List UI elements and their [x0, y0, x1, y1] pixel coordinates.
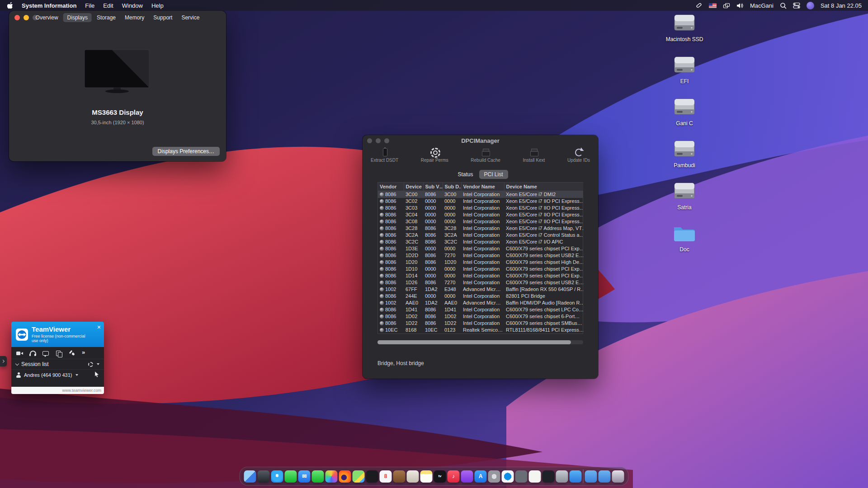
search-icon[interactable] [780, 2, 787, 9]
dock-terminal-icon[interactable] [542, 470, 555, 483]
dock-downloads-folder-icon[interactable] [585, 470, 597, 483]
column-header[interactable]: Device Name [504, 183, 583, 191]
tab-service[interactable]: Service [177, 13, 203, 22]
stacked-windows-icon[interactable] [723, 3, 730, 9]
close-window-button[interactable] [367, 138, 372, 143]
pci-table-row[interactable]: 8086 1D2D 8086 7270 Intel Corporation C6… [378, 252, 583, 259]
dock-safari-icon[interactable] [271, 470, 283, 483]
pci-table-row[interactable]: 8086 1D26 8086 7270 Intel Corporation C6… [378, 279, 583, 286]
dock-podcasts-icon[interactable] [461, 470, 473, 483]
dock-photos-icon[interactable] [326, 470, 338, 483]
tab-memory[interactable]: Memory [121, 13, 148, 22]
pci-table-row[interactable]: 1002 67FF 1DA2 E348 Advanced Micr… Baffi… [378, 286, 583, 293]
dock-music-icon[interactable]: ♪ [448, 470, 460, 483]
teamviewer-footer-link[interactable]: www.teamviewer.com [11, 387, 104, 394]
rebuild-cache-button[interactable]: Rebuild Cache [471, 148, 500, 163]
dock-screenshot-icon[interactable] [556, 470, 568, 483]
dock-calendar-icon[interactable]: 8 [380, 470, 392, 483]
zoom-window-button[interactable] [384, 138, 389, 143]
tab-overview[interactable]: Overview [32, 13, 62, 22]
dock-appstore-icon[interactable]: A [475, 470, 487, 483]
pci-table-row[interactable]: 10EC 8168 10EC 0123 Realtek Semico… RTL8… [378, 327, 583, 333]
pci-table-row[interactable]: 8086 244E 0000 0000 Intel Corporation 82… [378, 293, 583, 300]
chat-icon[interactable] [42, 350, 50, 357]
column-header[interactable]: Sub V… [423, 183, 443, 191]
dock-finder-icon[interactable] [244, 470, 256, 483]
dock-quicktime-icon[interactable] [366, 470, 378, 483]
extract-dsdt-button[interactable]: Extract DSDT [371, 148, 398, 163]
dock-preview-icon[interactable] [570, 470, 582, 483]
horizontal-scrollbar-thumb[interactable] [377, 340, 571, 344]
desktop-icon-efi[interactable]: EFI [664, 56, 705, 84]
us-flag-icon[interactable] [709, 3, 717, 8]
headset-icon[interactable] [29, 350, 37, 357]
session-list-row[interactable]: Session list [11, 359, 104, 369]
active-app-menu[interactable]: System Information [22, 2, 76, 9]
teamviewer-collapse-tab[interactable] [0, 356, 7, 366]
dock-launchpad-icon[interactable] [258, 470, 270, 483]
desktop-icon-pambudi[interactable]: Pambudi [664, 140, 705, 169]
dock-facetime-icon[interactable] [312, 470, 324, 483]
dock-teamviewer-icon[interactable] [502, 470, 514, 483]
dock-firefox-icon[interactable] [339, 470, 351, 483]
tab-displays[interactable]: Displays [63, 13, 92, 22]
dock-tv-icon[interactable]: tv [434, 470, 446, 483]
pci-table-row[interactable]: 8086 1D14 0000 0000 Intel Corporation C6… [378, 272, 583, 279]
minimize-window-button[interactable] [376, 138, 381, 143]
desktop-icon-satria[interactable]: Satria [664, 182, 705, 211]
pci-table-row[interactable]: 8086 3C04 0000 0000 Intel Corporation Xe… [378, 211, 583, 218]
dock-textedit-icon[interactable] [529, 470, 541, 483]
pci-table-row[interactable]: 8086 3C03 0000 0000 Intel Corporation Xe… [378, 205, 583, 211]
apple-menu[interactable] [7, 1, 13, 10]
pci-table-row[interactable]: 8086 3C02 0000 0000 Intel Corporation Xe… [378, 198, 583, 205]
pci-table-row[interactable]: 8086 3C00 8086 3C00 Intel Corporation Xe… [378, 191, 583, 198]
dock-documents-folder-icon[interactable] [599, 470, 611, 483]
volume-icon[interactable] [736, 3, 744, 9]
pci-table-row[interactable]: 8086 1D10 0000 0000 Intel Corporation C6… [378, 266, 583, 272]
column-header[interactable]: Vendor Name [461, 183, 504, 191]
dock-messages-icon[interactable] [285, 470, 297, 483]
menu-item[interactable]: File [85, 2, 94, 9]
user-avatar[interactable] [807, 2, 814, 9]
pci-table-row[interactable]: 8086 1D22 8086 1D22 Intel Corporation C6… [378, 320, 583, 327]
dock-maps-icon[interactable] [353, 470, 365, 483]
desktop-icon-macintosh-ssd[interactable]: Macintosh SSD [664, 14, 705, 42]
pci-table-row[interactable]: 8086 3C2C 8086 3C2C Intel Corporation Xe… [378, 239, 583, 245]
dock-trash-icon[interactable] [612, 470, 624, 483]
pci-table-row[interactable]: 8086 1D02 8086 1D02 Intel Corporation C6… [378, 313, 583, 320]
pci-table-row[interactable]: 1002 AAE0 1DA2 AAE0 Advanced Micr… Baffi… [378, 300, 583, 306]
desktop-icon-gani-c[interactable]: Gani C [664, 98, 705, 127]
gear-icon[interactable] [88, 362, 93, 367]
pci-table-row[interactable]: 8086 3C2A 8086 3C2A Intel Corporation Xe… [378, 232, 583, 239]
tab-support[interactable]: Support [149, 13, 176, 22]
pci-table-row[interactable]: 8086 1D41 8086 1D41 Intel Corporation C6… [378, 306, 583, 313]
dock-notes-icon[interactable] [420, 470, 433, 483]
control-center-icon[interactable] [793, 2, 800, 9]
tab-pci-list[interactable]: PCI List [479, 170, 508, 179]
menu-item[interactable]: Edit [103, 2, 113, 9]
close-window-button[interactable] [14, 15, 20, 20]
close-icon[interactable]: × [97, 324, 101, 330]
minimize-window-button[interactable] [24, 15, 29, 20]
menubar-clock[interactable]: Sat 8 Jan 22.05 [821, 2, 862, 9]
brush-icon[interactable] [69, 350, 76, 357]
capsule-icon[interactable] [695, 2, 703, 9]
menu-item[interactable]: Window [122, 2, 143, 9]
displays-preferences-button[interactable]: Displays Preferences… [152, 147, 220, 156]
dock-mail-icon[interactable]: ✉ [298, 470, 311, 483]
column-header[interactable]: Device [404, 183, 423, 191]
menu-item[interactable]: Help [151, 2, 164, 9]
video-camera-icon[interactable] [16, 350, 24, 357]
input-source-label[interactable]: MacGani [750, 2, 774, 9]
clipboard-icon[interactable] [56, 350, 63, 357]
session-user-row[interactable]: Andres (464 900 431) [11, 369, 104, 380]
pci-table-row[interactable]: 8086 1D20 8086 1D20 Intel Corporation C6… [378, 259, 583, 266]
more-icon[interactable]: » [82, 350, 89, 357]
dock-utility-icon[interactable] [515, 470, 528, 483]
update-ids-button[interactable]: Update IDs [567, 148, 590, 163]
column-header[interactable]: Vendor [378, 183, 404, 191]
desktop-icon-doc[interactable]: Doc [664, 224, 705, 253]
dock-books-icon[interactable] [393, 470, 406, 483]
column-header[interactable]: Sub D… [443, 183, 461, 191]
repair-perms-button[interactable]: Repair Perms [421, 148, 448, 163]
